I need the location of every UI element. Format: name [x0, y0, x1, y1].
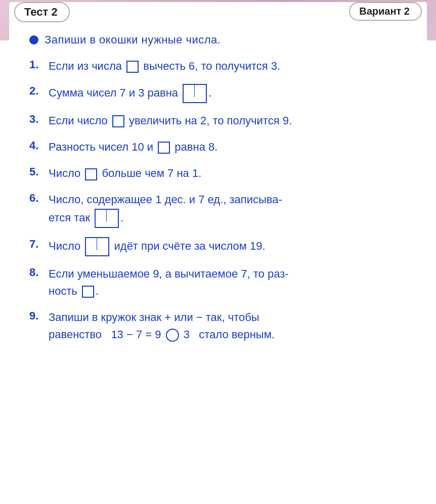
question-3: 3. Если число увеличить на 2, то получит… — [29, 112, 407, 129]
test-badge: Тест 2 — [14, 2, 70, 22]
q2-text: Сумма чисел 7 и 3 равна . — [49, 84, 407, 103]
variant-badge: Вариант 2 — [349, 2, 422, 21]
q5-text: Число больше чем 7 на 1. — [49, 165, 407, 182]
q1-box[interactable] — [126, 61, 139, 73]
q7-number: 7. — [29, 237, 43, 251]
blue-dot-icon — [29, 35, 38, 44]
q8-number: 8. — [29, 265, 43, 279]
q2-double-box[interactable] — [183, 84, 207, 103]
q9-number: 9. — [29, 309, 43, 323]
q1-text: Если из числа вычесть 6, то получится 3. — [49, 58, 407, 75]
content-area: Тест 2 Вариант 2 Запиши в окошки нужные … — [9, 2, 427, 487]
q2-box-cell2 — [195, 85, 206, 97]
q4-text: Разность чисел 10 и равна 8. — [49, 139, 407, 156]
q3-box[interactable] — [112, 115, 124, 127]
test-badge-label: Тест 2 — [24, 6, 58, 18]
q2-box-cell1 — [184, 85, 195, 97]
q6-box-cell1 — [96, 210, 107, 222]
main-content: Запиши в окошки нужные числа. 1. Если из… — [9, 22, 427, 368]
variant-badge-label: Вариант 2 — [359, 6, 410, 17]
q7-box-cell1 — [86, 238, 97, 250]
q6-box-cell2 — [107, 210, 118, 222]
q2-number: 2. — [29, 84, 43, 98]
q8-box[interactable] — [82, 286, 94, 298]
q7-text: Число идёт при счёте за числом 19. — [49, 237, 407, 256]
intro-line: Запиши в окошки нужные числа. — [29, 33, 407, 47]
question-6: 6. Число, содержащее 1 дес. и 7 ед., зап… — [29, 191, 407, 227]
q5-box[interactable] — [85, 168, 97, 180]
q6-text: Число, содержащее 1 дес. и 7 ед., записы… — [49, 191, 407, 227]
q9-circle[interactable] — [166, 329, 179, 342]
q8-text: Если уменьшаемое 9, а вычитаемое 7, то р… — [49, 265, 407, 300]
intro-text: Запиши в окошки нужные числа. — [45, 33, 221, 47]
header-row: Тест 2 Вариант 2 — [9, 2, 427, 22]
q1-number: 1. — [29, 58, 43, 71]
q7-box-cell2 — [97, 238, 108, 250]
question-9: 9. Запиши в кружок знак + или − так, что… — [29, 309, 407, 343]
q3-number: 3. — [29, 112, 43, 126]
q3-text: Если число увеличить на 2, то получится … — [49, 112, 407, 129]
question-4: 4. Разность чисел 10 и равна 8. — [29, 139, 407, 156]
q6-double-box[interactable] — [95, 209, 119, 228]
q5-number: 5. — [29, 165, 43, 178]
q9-text: Запиши в кружок знак + или − так, чтобы … — [49, 309, 407, 343]
question-5: 5. Число больше чем 7 на 1. — [29, 165, 407, 182]
question-7: 7. Число идёт при счёте за числом 19. — [29, 237, 407, 256]
q7-double-box[interactable] — [85, 237, 109, 256]
q4-number: 4. — [29, 139, 43, 152]
question-1: 1. Если из числа вычесть 6, то получится… — [29, 58, 407, 75]
question-8: 8. Если уменьшаемое 9, а вычитаемое 7, т… — [29, 265, 407, 300]
q4-box[interactable] — [158, 142, 170, 154]
q6-number: 6. — [29, 191, 43, 205]
question-2: 2. Сумма чисел 7 и 3 равна . — [29, 84, 407, 103]
